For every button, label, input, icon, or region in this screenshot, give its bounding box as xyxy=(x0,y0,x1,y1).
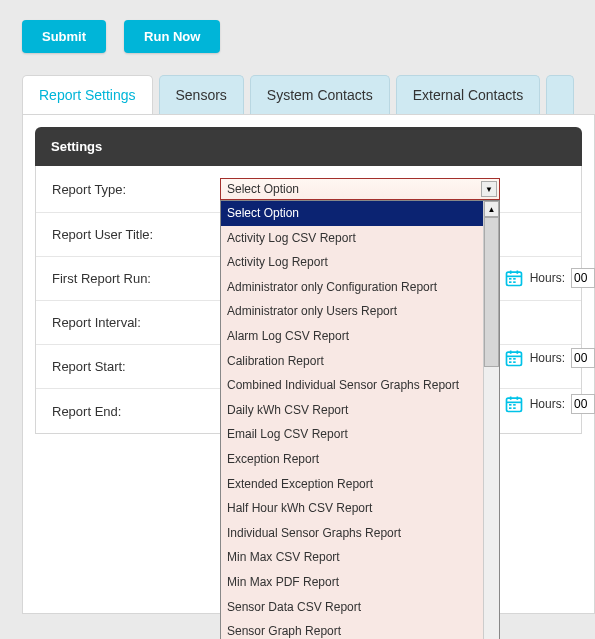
tab-sensors[interactable]: Sensors xyxy=(159,75,244,114)
tab-system-contacts[interactable]: System Contacts xyxy=(250,75,390,114)
svg-rect-7 xyxy=(513,281,516,283)
svg-rect-23 xyxy=(513,407,516,409)
dropdown-option[interactable]: Alarm Log CSV Report xyxy=(221,324,483,349)
dropdown-option[interactable]: Activity Log Report xyxy=(221,250,483,275)
report-start-hours-input[interactable] xyxy=(571,348,595,368)
dropdown-option[interactable]: Extended Exception Report xyxy=(221,472,483,497)
panel-title: Settings xyxy=(35,127,582,166)
dropdown-option[interactable]: Calibration Report xyxy=(221,349,483,374)
report-type-dropdown: Select OptionActivity Log CSV ReportActi… xyxy=(220,200,500,639)
svg-rect-22 xyxy=(509,407,512,409)
dropdown-option[interactable]: Daily kWh CSV Report xyxy=(221,398,483,423)
svg-rect-12 xyxy=(509,358,512,360)
calendar-icon[interactable] xyxy=(504,348,524,368)
report-end-hours-input[interactable] xyxy=(571,394,595,414)
first-run-hours-input[interactable] xyxy=(571,268,595,288)
label-report-start: Report Start: xyxy=(52,359,212,374)
dropdown-option[interactable]: Combined Individual Sensor Graphs Report xyxy=(221,373,483,398)
dropdown-option[interactable]: Sensor Graph Report xyxy=(221,619,483,639)
dropdown-option[interactable]: Exception Report xyxy=(221,447,483,472)
dropdown-option[interactable]: Sensor Data CSV Report xyxy=(221,595,483,620)
dropdown-option[interactable]: Administrator only Configuration Report xyxy=(221,275,483,300)
first-run-hours-label: Hours: xyxy=(530,271,565,285)
svg-rect-20 xyxy=(509,404,512,406)
dropdown-option[interactable]: Min Max PDF Report xyxy=(221,570,483,595)
label-report-interval: Report Interval: xyxy=(52,315,212,330)
svg-rect-15 xyxy=(513,361,516,363)
scroll-track[interactable] xyxy=(484,217,499,639)
chevron-down-icon: ▼ xyxy=(481,181,497,197)
dropdown-option[interactable]: Individual Sensor Graphs Report xyxy=(221,521,483,546)
label-first-report-run: First Report Run: xyxy=(52,271,212,286)
dropdown-option[interactable]: Half Hour kWh CSV Report xyxy=(221,496,483,521)
label-report-type: Report Type: xyxy=(52,182,212,197)
svg-rect-21 xyxy=(513,404,516,406)
row-report-type: Report Type: Select Option ▼ Select Opti… xyxy=(36,166,581,213)
tab-overflow[interactable] xyxy=(546,75,574,114)
action-bar: Submit Run Now xyxy=(22,20,595,53)
label-report-user-title: Report User Title: xyxy=(52,227,212,242)
scroll-thumb[interactable] xyxy=(484,217,499,367)
svg-rect-5 xyxy=(513,278,516,280)
tab-external-contacts[interactable]: External Contacts xyxy=(396,75,541,114)
report-end-hours-label: Hours: xyxy=(530,397,565,411)
report-start-hours-label: Hours: xyxy=(530,351,565,365)
dropdown-option[interactable]: Email Log CSV Report xyxy=(221,422,483,447)
svg-rect-6 xyxy=(509,281,512,283)
tab-report-settings[interactable]: Report Settings xyxy=(22,75,153,114)
dropdown-option[interactable]: Administrator only Users Report xyxy=(221,299,483,324)
dropdown-scrollbar[interactable]: ▲ ▼ xyxy=(483,201,499,639)
scroll-up-icon[interactable]: ▲ xyxy=(484,201,499,217)
calendar-icon[interactable] xyxy=(504,268,524,288)
label-report-end: Report End: xyxy=(52,404,212,419)
svg-rect-4 xyxy=(509,278,512,280)
report-type-selected-value: Select Option xyxy=(227,182,299,196)
svg-rect-14 xyxy=(509,361,512,363)
report-type-select[interactable]: Select Option ▼ xyxy=(220,178,500,200)
dropdown-option[interactable]: Min Max CSV Report xyxy=(221,545,483,570)
tab-bar: Report Settings Sensors System Contacts … xyxy=(22,75,595,114)
run-now-button[interactable]: Run Now xyxy=(124,20,220,53)
calendar-icon[interactable] xyxy=(504,394,524,414)
svg-rect-13 xyxy=(513,358,516,360)
dropdown-option[interactable]: Select Option xyxy=(221,201,483,226)
submit-button[interactable]: Submit xyxy=(22,20,106,53)
dropdown-option[interactable]: Activity Log CSV Report xyxy=(221,226,483,251)
